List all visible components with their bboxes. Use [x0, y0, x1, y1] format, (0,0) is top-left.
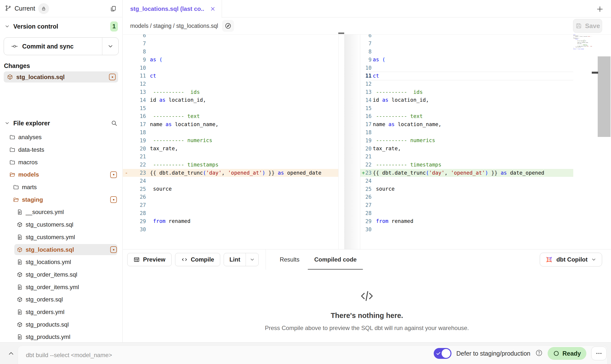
diff-pane-original[interactable]: .6.7.8.9as (.10.11ct.12.13 ---------- id… — [123, 34, 338, 249]
tree-item-stg_products.yml[interactable]: stg_products.yml — [0, 331, 122, 342]
version-control-header[interactable]: Version control 1 — [0, 21, 122, 32]
tree-item-stg_orders.yml[interactable]: stg_orders.yml — [0, 306, 122, 318]
code-line-modified-16[interactable]: .16 ---------- text — [360, 112, 573, 120]
tab-results[interactable]: Results — [272, 249, 307, 270]
file-search-button[interactable] — [110, 119, 118, 127]
new-tab-button[interactable] — [594, 3, 606, 15]
code-line-modified-24[interactable]: .24 — [360, 177, 573, 185]
code-line-original-25[interactable]: .25 source — [123, 185, 338, 193]
tree-item-stg_locations.yml[interactable]: stg_locations.yml — [0, 256, 122, 268]
code-line-original-13[interactable]: .13 ---------- ids — [123, 88, 338, 96]
commit-and-sync-button[interactable]: Commit and sync — [4, 37, 119, 55]
tree-item-models[interactable]: models — [0, 168, 122, 181]
tree-item-stg_customers.sql[interactable]: stg_customers.sql — [0, 218, 122, 231]
code-line-modified-23[interactable]: +23{{ dbt.date_trunc('day', 'opened_at')… — [360, 169, 573, 177]
line-number: 17 — [132, 121, 146, 127]
code-line-original-7[interactable]: .7 — [123, 40, 338, 48]
help-icon[interactable] — [535, 349, 543, 358]
code-line-modified-6[interactable]: .6 — [360, 34, 573, 40]
code-line-original-11[interactable]: .11ct — [123, 72, 338, 80]
diff-marker: . — [360, 154, 365, 160]
tree-item-stg_orders.sql[interactable]: stg_orders.sql — [0, 293, 122, 306]
expand-command-bar-button[interactable] — [6, 349, 16, 357]
code-line-original-20[interactable]: .20tax_rate, — [123, 145, 338, 153]
code-line-modified-25[interactable]: .25 source — [360, 185, 573, 193]
code-line-original-10[interactable]: .10 — [123, 64, 338, 72]
code-line-original-8[interactable]: .8 — [123, 48, 338, 56]
code-line-modified-11[interactable]: .11ct — [360, 72, 573, 80]
diff-marker: + — [360, 170, 365, 176]
code-line-modified-14[interactable]: .14id as location_id, — [360, 96, 573, 104]
code-line-modified-19[interactable]: .19 ---------- numerics — [360, 136, 573, 145]
code-line-original-26[interactable]: .26 — [123, 193, 338, 201]
file-explorer-header[interactable]: File explorer — [0, 118, 122, 129]
code-line-modified-12[interactable]: .12 — [360, 80, 573, 88]
vertical-scrollbar[interactable] — [598, 56, 611, 137]
code-line-modified-7[interactable]: .7 — [360, 40, 573, 48]
code-line-original-6[interactable]: .6 — [123, 34, 338, 40]
code-line-modified-8[interactable]: .8 — [360, 48, 573, 56]
code-line-modified-21[interactable]: .21 — [360, 153, 573, 161]
diff-pane-modified[interactable]: .6.7.8.9as (.10.11ct.12.13 ---------- id… — [360, 34, 573, 249]
code-line-original-17[interactable]: .17name as location_name, — [123, 120, 338, 129]
code-line-original-14[interactable]: .14id as location_id, — [123, 96, 338, 104]
code-line-modified-20[interactable]: .20tax_rate, — [360, 145, 573, 153]
tab-compiled-code[interactable]: Compiled code — [307, 249, 364, 270]
preview-button[interactable]: Preview — [127, 253, 172, 266]
close-tab-button[interactable] — [209, 5, 216, 12]
lineage-button[interactable] — [222, 20, 234, 32]
code-line-modified-10[interactable]: .10 — [360, 64, 573, 72]
tree-item-stg_customers.yml[interactable]: stg_customers.yml — [0, 231, 122, 244]
defer-toggle[interactable] — [434, 348, 451, 359]
tree-item-__sources.yml[interactable]: __sources.yml — [0, 206, 122, 218]
code-line-original-23[interactable]: -23{{ dbt.date_trunc('day', 'opened_at')… — [123, 169, 338, 177]
tab-stg-locations[interactable]: stg_locations.sql (last co... — [123, 0, 222, 18]
duplicate-files-button[interactable] — [109, 4, 117, 13]
tree-item-data-tests[interactable]: data-tests — [0, 144, 122, 156]
code-line-original-16[interactable]: .16 ---------- text — [123, 112, 338, 120]
code-line-modified-30[interactable]: .30 — [360, 225, 573, 233]
tree-item-marts[interactable]: marts — [0, 181, 122, 194]
commit-options-caret[interactable] — [102, 38, 118, 55]
compile-button[interactable]: Compile — [175, 253, 220, 266]
code-line-original-30[interactable]: .30 — [123, 225, 338, 233]
save-button[interactable]: Save — [573, 19, 602, 33]
tree-item-macros[interactable]: macros — [0, 156, 122, 168]
code-line-original-9[interactable]: .9as ( — [123, 56, 338, 64]
code-line-modified-13[interactable]: .13 ---------- ids — [360, 88, 573, 96]
code-line-modified-26[interactable]: .26 — [360, 193, 573, 201]
code-line-original-21[interactable]: .21 — [123, 153, 338, 161]
code-line-original-12[interactable]: .12 — [123, 80, 338, 88]
code-line-original-27[interactable]: .27 — [123, 201, 338, 209]
code-line-original-24[interactable]: .24 — [123, 177, 338, 185]
preview-label: Preview — [143, 256, 165, 263]
tree-item-analyses[interactable]: analyses — [0, 131, 122, 144]
connection-status-badge[interactable]: Ready — [548, 347, 586, 360]
code-line-original-18[interactable]: .18 — [123, 129, 338, 137]
tree-item-stg_order_items.sql[interactable]: stg_order_items.sql — [0, 268, 122, 281]
code-line-original-29[interactable]: .29 from renamed — [123, 217, 338, 225]
code-line-modified-22[interactable]: .22 ---------- timestamps — [360, 161, 573, 169]
code-line-modified-29[interactable]: .29 from renamed — [360, 217, 573, 225]
code-line-modified-28[interactable]: .28 — [360, 209, 573, 217]
code-line-original-22[interactable]: .22 ---------- timestamps — [123, 161, 338, 169]
tree-item-stg_locations.sql[interactable]: stg_locations.sql — [0, 243, 122, 256]
more-options-button[interactable] — [591, 347, 607, 360]
tree-item-stg_order_items.yml[interactable]: stg_order_items.yml — [0, 281, 122, 293]
line-number: 24 — [365, 178, 372, 184]
lint-options-caret[interactable] — [246, 253, 258, 266]
code-line-modified-17[interactable]: .17name as location_name, — [360, 120, 573, 129]
lint-button[interactable]: Lint — [224, 253, 246, 266]
code-line-modified-18[interactable]: .18 — [360, 129, 573, 137]
change-item[interactable]: stg_locations.sql — [4, 71, 118, 83]
tree-item-stg_products.sql[interactable]: stg_products.sql — [0, 318, 122, 331]
code-line-modified-9[interactable]: .9as ( — [360, 56, 573, 64]
code-line-original-28[interactable]: .28 — [123, 209, 338, 217]
tree-item-staging[interactable]: staging — [0, 193, 122, 206]
minimap[interactable]: withsource as ( select * from {{ source(… — [573, 34, 592, 52]
code-line-original-19[interactable]: .19 ---------- numerics — [123, 136, 338, 145]
code-line-original-15[interactable]: .15 — [123, 104, 338, 112]
dbt-copilot-button[interactable]: dbt Copilot — [540, 253, 602, 266]
code-line-modified-15[interactable]: .15 — [360, 104, 573, 112]
code-line-modified-27[interactable]: .27 — [360, 201, 573, 209]
